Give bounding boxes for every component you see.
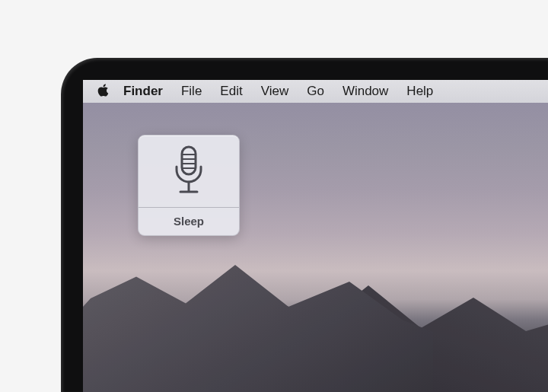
screen: Finder File Edit View Go Window Help bbox=[83, 80, 548, 392]
microphone-icon bbox=[139, 135, 239, 207]
menubar-item-view[interactable]: View bbox=[252, 80, 298, 103]
menubar-item-window[interactable]: Window bbox=[333, 80, 397, 103]
menubar-item-edit[interactable]: Edit bbox=[211, 80, 251, 103]
laptop-bezel: Finder File Edit View Go Window Help bbox=[61, 58, 548, 392]
voice-command-label: Sleep bbox=[139, 208, 239, 235]
wallpaper-mountain bbox=[83, 240, 433, 392]
apple-logo-icon[interactable] bbox=[97, 84, 110, 99]
voice-control-panel[interactable]: Sleep bbox=[138, 135, 240, 236]
menubar: Finder File Edit View Go Window Help bbox=[83, 80, 548, 103]
menubar-item-go[interactable]: Go bbox=[298, 80, 333, 103]
menubar-item-file[interactable]: File bbox=[172, 80, 211, 103]
svg-rect-0 bbox=[182, 147, 196, 174]
desktop-wallpaper: Sleep bbox=[83, 103, 548, 392]
menubar-item-help[interactable]: Help bbox=[397, 80, 442, 103]
menubar-app-name[interactable]: Finder bbox=[114, 80, 172, 103]
